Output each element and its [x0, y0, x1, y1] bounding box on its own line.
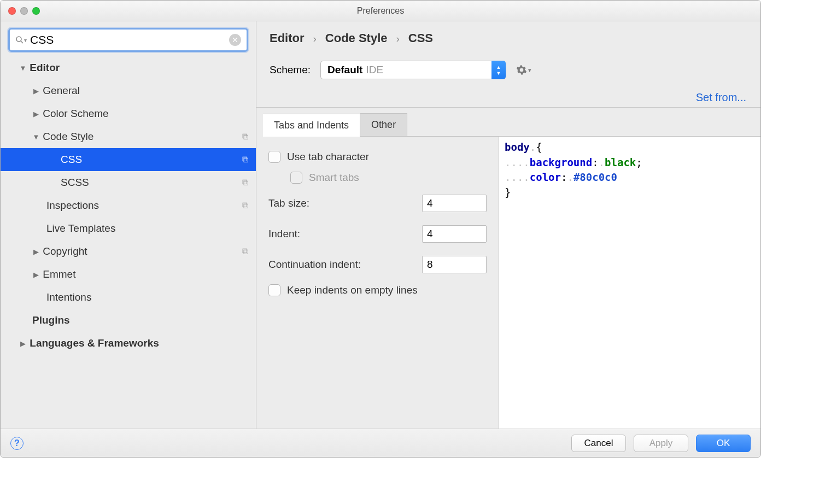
tab-size-input[interactable] [422, 195, 487, 212]
sidebar: ▾ ✕ ▼ Editor ▶ General ▶ Color Scheme ▼ … [1, 21, 256, 429]
keep-indents-check[interactable]: Keep indents on empty lines [268, 280, 487, 301]
checkbox-icon [290, 172, 302, 184]
tree-item-intentions[interactable]: Intentions [1, 286, 256, 309]
tab-other[interactable]: Other [360, 113, 407, 136]
copy-icon: ⧉ [242, 155, 248, 165]
copy-icon: ⧉ [242, 247, 248, 256]
apply-button[interactable]: Apply [634, 435, 688, 452]
svg-line-1 [21, 41, 23, 43]
use-tab-label: Use tab character [287, 151, 369, 163]
cancel-button[interactable]: Cancel [571, 435, 626, 452]
continuation-indent-label: Continuation indent: [268, 259, 361, 271]
indent-input[interactable] [422, 225, 487, 243]
tree-item-live-templates[interactable]: Live Templates [1, 217, 256, 240]
scheme-name: Default [327, 64, 366, 76]
breadcrumb-seg: Editor [270, 31, 305, 45]
settings-tree[interactable]: ▼ Editor ▶ General ▶ Color Scheme ▼ Code… [1, 56, 256, 429]
search-input[interactable] [27, 33, 229, 46]
set-from-link[interactable]: Set from... [696, 91, 746, 103]
dropdown-stepper-icon[interactable]: ▲▼ [491, 61, 506, 79]
breadcrumb-seg: CSS [408, 31, 433, 45]
checkbox-icon[interactable] [268, 284, 280, 296]
tree-item-copyright[interactable]: ▶ Copyright⧉ [1, 240, 256, 263]
main-panel: Editor › Code Style › CSS Scheme: Defaul… [256, 21, 760, 429]
tree-item-inspections[interactable]: Inspections⧉ [1, 194, 256, 217]
tree-item-languages[interactable]: ▶ Languages & Frameworks [1, 332, 256, 355]
scheme-select[interactable]: Default IDE ▲▼ [320, 61, 506, 79]
chevron-right-icon: › [391, 33, 405, 44]
breadcrumb: Editor › Code Style › CSS [256, 21, 760, 45]
title-bar: Preferences [1, 1, 760, 21]
copy-icon: ⧉ [242, 201, 248, 210]
tree-item-editor[interactable]: ▼ Editor [1, 56, 256, 79]
tree-item-emmet[interactable]: ▶ Emmet [1, 263, 256, 286]
window-title: Preferences [1, 6, 760, 16]
tree-item-scss[interactable]: SCSS⧉ [1, 171, 256, 194]
code-preview: body.{ ....background:.black; ....color:… [499, 137, 760, 429]
search-icon: ▾ [15, 36, 27, 44]
smart-tabs-label: Smart tabs [309, 172, 359, 184]
svg-point-0 [16, 37, 21, 42]
indent-label: Indent: [268, 228, 300, 240]
scheme-scope: IDE [366, 64, 383, 76]
clear-search-icon[interactable]: ✕ [229, 34, 241, 46]
smart-tabs-check: Smart tabs [268, 167, 487, 188]
breadcrumb-seg: Code Style [325, 31, 388, 45]
tabs: Tabs and Indents Other [263, 113, 760, 137]
tree-item-plugins[interactable]: Plugins [1, 309, 256, 332]
tree-item-color-scheme[interactable]: ▶ Color Scheme [1, 102, 256, 125]
tab-size-label: Tab size: [268, 197, 309, 209]
dialog-footer: ? Cancel Apply OK [1, 429, 760, 457]
tree-item-css[interactable]: CSS⧉ [1, 148, 256, 171]
tree-item-code-style[interactable]: ▼ Code Style⧉ [1, 125, 256, 148]
scheme-label: Scheme: [270, 64, 311, 76]
checkbox-icon[interactable] [268, 151, 280, 163]
copy-icon: ⧉ [242, 132, 248, 142]
tree-item-general[interactable]: ▶ General [1, 79, 256, 102]
chevron-right-icon: › [308, 33, 322, 44]
use-tab-check[interactable]: Use tab character [268, 146, 487, 167]
continuation-indent-input[interactable] [422, 256, 487, 273]
gear-icon[interactable]: ▾ [516, 65, 531, 75]
ok-button[interactable]: OK [696, 435, 751, 452]
tab-tabs-indents[interactable]: Tabs and Indents [263, 114, 360, 137]
copy-icon: ⧉ [242, 178, 248, 187]
help-icon[interactable]: ? [10, 437, 24, 450]
keep-indents-label: Keep indents on empty lines [287, 284, 418, 296]
indent-form: Use tab character Smart tabs Tab size: I… [256, 137, 499, 429]
search-input-wrap[interactable]: ▾ ✕ [8, 28, 248, 52]
